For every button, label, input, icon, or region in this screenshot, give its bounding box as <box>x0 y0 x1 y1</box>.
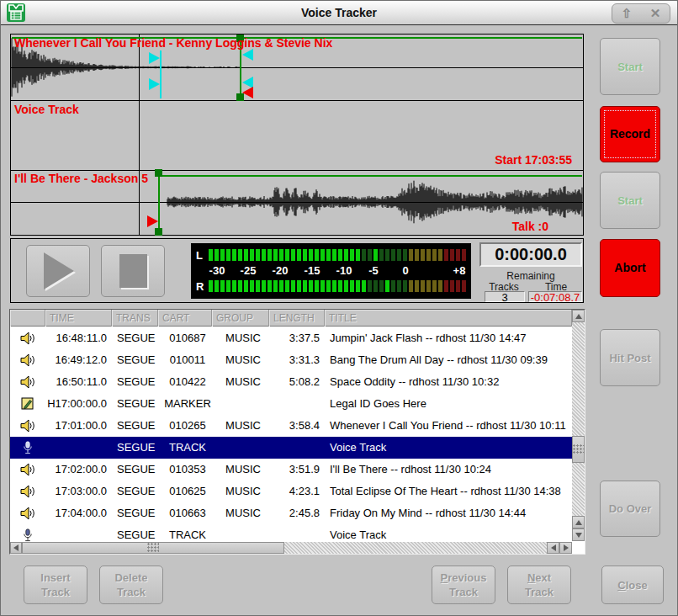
delete-track-button[interactable]: DeleteTrack <box>99 566 163 604</box>
vscroll-up2-button[interactable] <box>572 516 585 528</box>
meter-segment <box>362 249 366 261</box>
vscroll-handle[interactable] <box>572 436 585 463</box>
meter-segment <box>426 249 431 261</box>
cell-group: MUSIC <box>212 327 269 349</box>
insert-track-button[interactable]: InsertTrack <box>24 566 87 604</box>
cell-trans: SEGUE <box>112 327 158 349</box>
cell-group: MUSIC <box>212 415 269 437</box>
meter-segment <box>238 280 242 292</box>
column-header-icon[interactable] <box>10 310 45 327</box>
track3-start-marker-icon[interactable] <box>147 215 158 227</box>
cell-group: MUSIC <box>212 459 269 481</box>
meter-segment <box>415 280 419 292</box>
elapsed-time-display: 0:00:00.0 <box>479 242 582 267</box>
cell-title: I'll Be There -- rdhost 11/30 10:24 <box>325 459 572 481</box>
shade-window-icon[interactable]: ⇧ <box>612 4 641 23</box>
meter-segment <box>373 280 378 292</box>
meter-segment <box>338 280 342 292</box>
abort-button[interactable]: Abort <box>600 239 660 297</box>
meter-segment <box>350 280 354 292</box>
cell-time: 17:04:00.0 <box>45 502 112 524</box>
cell-trans: SEGUE <box>112 437 158 459</box>
up-arrow-icon <box>575 314 582 319</box>
track3-gain-envelope-line[interactable] <box>158 175 582 177</box>
cell-title: Whenever I Call You Friend -- rdhost 11/… <box>325 415 572 437</box>
track1-end-marker-icon[interactable] <box>242 87 253 98</box>
track1-fade-marker-line[interactable] <box>160 50 162 98</box>
track3-start-handle-bottom[interactable] <box>155 228 162 236</box>
meter-segment <box>262 280 266 292</box>
track1-title-label: Whenever I Call You Friend - Kenny Loggi… <box>14 36 332 50</box>
hscroll-trough[interactable] <box>284 542 547 554</box>
log-row[interactable]: 16:50:11.0SEGUE010422MUSIC5:08.2Space Od… <box>10 371 572 393</box>
hscroll-right-button[interactable] <box>559 542 572 554</box>
meter-scale-tick: -10 <box>336 264 352 277</box>
meter-segment <box>226 280 230 292</box>
meter-segment <box>256 280 260 292</box>
column-header-group[interactable]: GROUP <box>212 310 269 327</box>
log-row[interactable]: 17:04:00.0SEGUE010663MUSIC2:45.8Friday O… <box>10 502 572 524</box>
meter-segment <box>421 249 425 261</box>
vscroll-trough[interactable] <box>572 322 585 529</box>
scroll-grip-icon <box>573 444 585 454</box>
stop-button[interactable] <box>101 245 165 297</box>
vscroll-down-button[interactable] <box>572 528 585 541</box>
start-track1-button[interactable]: Start <box>600 38 660 95</box>
meter-segment <box>326 249 331 261</box>
cell-cart: MARKER <box>158 393 212 415</box>
column-header-title[interactable]: TITLE <box>325 310 572 327</box>
hscroll-handle[interactable] <box>22 542 284 554</box>
start-track3-button[interactable]: Start <box>600 172 660 229</box>
previous-track-button[interactable]: Previous Track <box>432 566 495 604</box>
waveform-edit-area[interactable]: Whenever I Call You Friend - Kenny Loggi… <box>10 34 584 236</box>
log-row[interactable]: 17:01:00.0SEGUE010265MUSIC3:58.4Whenever… <box>10 415 572 437</box>
record-button[interactable]: Record <box>600 106 660 162</box>
column-header-time[interactable]: TIME <box>45 310 112 327</box>
do-over-button[interactable]: Do Over <box>600 481 660 537</box>
cell-length: 3:51.9 <box>269 459 325 481</box>
meter-segment <box>291 249 295 261</box>
cell-trans: SEGUE <box>112 393 158 415</box>
remaining-title: Remaining <box>479 270 582 282</box>
meter-segment <box>285 249 289 261</box>
track1-fade-marker-top-icon[interactable] <box>149 52 160 64</box>
meter-segment <box>315 249 319 261</box>
meter-segment <box>385 249 389 261</box>
meter-left-bar <box>209 249 468 261</box>
close-window-icon[interactable]: ✕ <box>641 4 670 23</box>
cell-cart: 010265 <box>158 415 212 437</box>
meter-segment <box>409 249 413 261</box>
track3-start-handle-top[interactable] <box>155 169 162 177</box>
meter-segment <box>356 249 360 261</box>
meter-segment <box>338 249 342 261</box>
vscroll-up-button[interactable] <box>572 310 585 322</box>
log-row[interactable]: H17:00:00.0SEGUEMARKERLegal ID Goes Here <box>10 393 572 415</box>
column-header-trans[interactable]: TRANS <box>112 310 158 327</box>
hscroll-left-button[interactable] <box>10 542 22 554</box>
column-header-length[interactable]: LENGTH <box>269 310 325 327</box>
meter-scale-tick: -25 <box>241 264 257 277</box>
log-row-selected[interactable]: SEGUETRACKVoice Track <box>10 437 572 459</box>
log-row[interactable]: 16:49:12.0SEGUE010011MUSIC3:31.3Bang The… <box>10 349 572 371</box>
meter-segment <box>403 280 407 292</box>
meter-segment <box>303 280 307 292</box>
log-row[interactable]: 17:02:00.0SEGUE010353MUSIC3:51.9I'll Be … <box>10 459 572 481</box>
meter-segment <box>209 249 213 261</box>
log-row[interactable]: 17:03:00.0SEGUE010625MUSIC4:23.1Total Ec… <box>10 481 572 502</box>
play-button[interactable] <box>26 245 90 297</box>
track1-fade-marker-bottom-icon[interactable] <box>149 78 160 90</box>
meter-segment <box>215 249 219 261</box>
track3-start-marker-line[interactable] <box>158 170 160 235</box>
track1-segue-cyan-top-icon[interactable] <box>242 49 253 61</box>
next-track-button[interactable]: Next Track <box>507 566 571 604</box>
cell-cart: 010663 <box>158 502 212 524</box>
track3-centerline <box>11 202 583 203</box>
column-header-cart[interactable]: CART <box>158 310 212 327</box>
cell-cart: 010687 <box>158 327 212 349</box>
hscroll-left2-button[interactable] <box>547 542 559 554</box>
meter-right-bar <box>209 280 468 292</box>
close-button[interactable]: Close <box>601 566 664 604</box>
log-row[interactable]: 16:48:11.0SEGUE010687MUSIC3:37.5Jumpin' … <box>10 327 572 349</box>
meter-segment <box>244 280 248 292</box>
hit-post-button[interactable]: Hit Post <box>600 329 660 386</box>
